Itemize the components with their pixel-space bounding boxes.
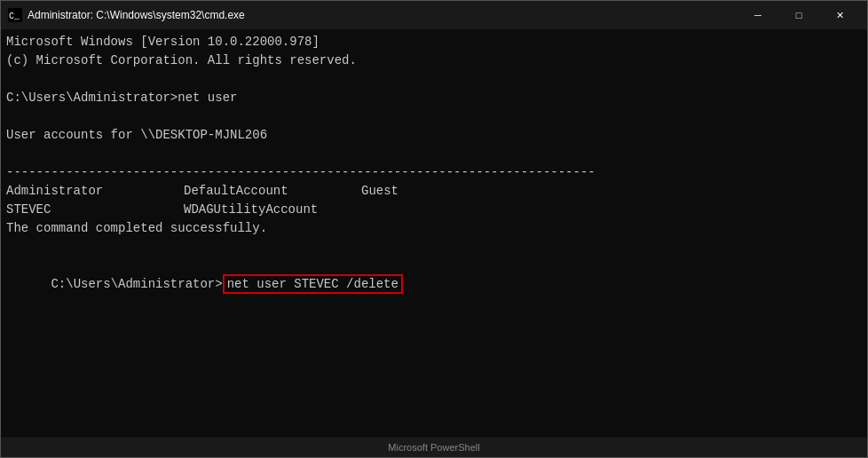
output-line-11: The command completed successfully. — [6, 219, 862, 238]
account2-col1: STEVEC — [6, 201, 184, 219]
close-button[interactable]: ✕ — [819, 1, 860, 29]
account-col2: DefaultAccount — [184, 182, 361, 201]
output-line-13: C:\Users\Administrator>net user STEVEC /… — [6, 257, 862, 312]
output-line-6: User accounts for \\DESKTOP-MJNL206 — [6, 126, 862, 145]
terminal-body[interactable]: Microsoft Windows [Version 10.0.22000.97… — [1, 29, 867, 438]
account-col3: Guest — [361, 184, 398, 198]
output-line-9: AdministratorDefaultAccountGuest — [6, 182, 862, 201]
window-title: Administrator: C:\Windows\system32\cmd.e… — [28, 9, 738, 21]
output-separator: ----------------------------------------… — [6, 163, 862, 182]
output-line-3 — [6, 70, 862, 89]
bottom-bar-text: Microsoft PowerShell — [388, 442, 479, 453]
bottom-bar: Microsoft PowerShell — [1, 438, 867, 457]
account-col1: Administrator — [6, 182, 184, 201]
output-line-5 — [6, 107, 862, 126]
cmd-highlighted: net user STEVEC /delete — [223, 274, 403, 294]
prompt-1: C:\Users\Administrator> — [6, 91, 178, 105]
maximize-button[interactable]: □ — [778, 1, 819, 29]
window-controls: ─ □ ✕ — [738, 1, 860, 29]
output-line-10: STEVECWDAGUtilityAccount — [6, 201, 862, 219]
prompt-2: C:\Users\Administrator> — [51, 277, 222, 291]
output-line-2: (c) Microsoft Corporation. All rights re… — [6, 51, 862, 70]
cmd-window: C_ Administrator: C:\Windows\system32\cm… — [0, 0, 868, 458]
svg-text:C_: C_ — [9, 12, 20, 21]
title-bar: C_ Administrator: C:\Windows\system32\cm… — [1, 1, 867, 29]
output-line-12 — [6, 238, 862, 257]
output-line-4: C:\Users\Administrator>net user — [6, 89, 862, 107]
minimize-button[interactable]: ─ — [738, 1, 778, 29]
cmd-1: net user — [178, 91, 237, 105]
output-line-1: Microsoft Windows [Version 10.0.22000.97… — [6, 33, 862, 51]
account2-col2: WDAGUtilityAccount — [184, 202, 318, 217]
output-line-7 — [6, 145, 862, 163]
cmd-icon: C_ — [8, 8, 22, 22]
